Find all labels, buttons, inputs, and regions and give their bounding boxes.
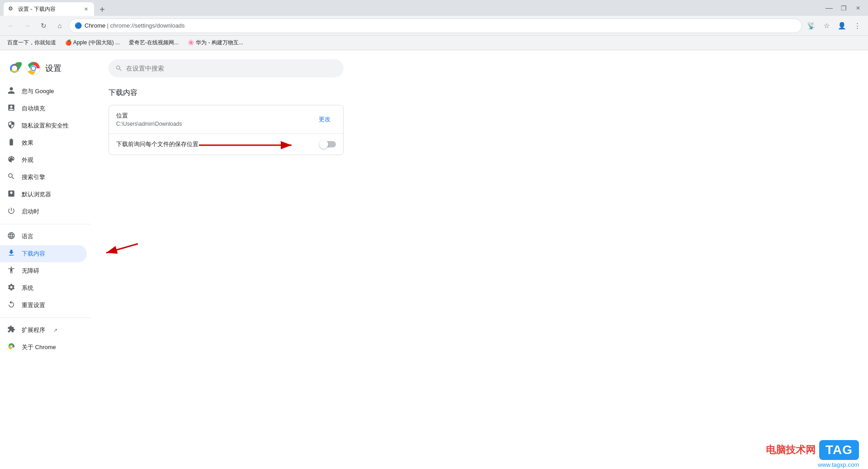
sidebar-item-about[interactable]: 关于 Chrome [0,339,87,356]
accessibility-icon [7,266,15,276]
bookmark-label: 爱奇艺-在线视频网... [129,39,179,47]
sidebar-item-downloads[interactable]: 下载内容 [0,245,87,262]
svg-point-6 [32,66,35,70]
system-icon [7,283,15,293]
back-button[interactable]: ← [4,19,18,33]
sidebar-item-privacy[interactable]: 隐私设置和安全性 [0,117,87,134]
home-button[interactable]: ⌂ [52,19,67,33]
svg-line-14 [106,244,138,253]
forward-button[interactable]: → [20,19,34,33]
appearance-icon [7,155,15,165]
sidebar-item-label: 自动填充 [22,104,45,113]
sidebar-item-label: 重置设置 [22,301,45,309]
search-input[interactable] [126,65,337,72]
bookmark-button[interactable]: ☆ [819,19,834,33]
tab-favicon: ⚙ [8,5,15,13]
address-text: Chrome | chrome://settings/downloads [85,22,796,29]
person-icon [7,86,15,96]
sidebar-item-autofill[interactable]: 自动填充 [0,100,87,117]
chrome-icon [26,61,41,76]
sidebar-item-default-browser[interactable]: 默认浏览器 [0,186,87,203]
sidebar-divider-1 [0,224,90,224]
menu-button[interactable]: ⋮ [850,19,864,33]
sidebar-item-label: 搜索引擎 [22,173,45,181]
chrome-logo-icon [7,61,22,76]
watermark-tag: TAG [819,440,859,460]
address-secure-icon: 🔵 [75,22,82,29]
location-path: C:\Users\admin\Downloads [116,121,182,127]
address-bar[interactable]: 🔵 Chrome | chrome://settings/downloads [69,19,802,33]
minimize-button[interactable]: — [823,2,835,14]
sidebar-item-extensions[interactable]: 扩展程序 ↗ [0,322,87,339]
sidebar-item-language[interactable]: 语言 [0,228,87,245]
sidebar-item-performance[interactable]: 效果 [0,134,87,152]
sidebar-item-label: 下载内容 [22,250,45,258]
downloads-icon [7,249,15,259]
bookmark-baidu[interactable]: 百度一下，你就知道 [4,38,60,48]
toggle-knob [319,140,328,149]
bookmark-huawei[interactable]: 🌸 华为 - 构建万物互... [184,38,247,48]
location-label: 位置 [116,112,182,120]
close-button[interactable]: ✕ [852,2,864,14]
ask-save-toggle[interactable] [321,141,336,147]
ask-save-label: 下载前询问每个文件的保存位置 [116,140,198,148]
change-location-button[interactable]: 更改 [313,113,336,126]
settings-search-bar[interactable] [108,59,344,77]
sidebar-item-label: 无障碍 [22,267,39,275]
sidebar-item-system[interactable]: 系统 [0,280,87,297]
section-title: 下载内容 [108,88,850,98]
tab-close-button[interactable]: ✕ [82,5,90,13]
sidebar-item-appearance[interactable]: 外观 [0,152,87,169]
sidebar-header: 设置 [0,57,90,83]
autofill-icon [7,104,15,114]
sidebar-divider-2 [0,317,90,318]
svg-point-2 [12,66,17,71]
sidebar-item-label: 语言 [22,232,33,241]
sidebar-item-startup[interactable]: 启动时 [0,203,87,220]
ask-save-row: 下载前询问每个文件的保存位置 [109,134,343,155]
reset-icon [7,300,15,310]
bookmark-iqiyi[interactable]: 爱奇艺-在线视频网... [125,38,182,48]
active-tab[interactable]: ⚙ 设置 - 下载内容 ✕ [4,2,94,16]
sidebar-item-search[interactable]: 搜索引擎 [0,169,87,186]
watermark-site-name: 电脑技术网 [766,443,816,457]
restore-button[interactable]: ❐ [837,2,850,14]
search-icon [115,65,123,72]
svg-point-10 [10,346,12,347]
bookmark-label: 🍎 Apple (中国大陆) ... [65,39,120,47]
extensions-icon [7,325,15,335]
bookmarks-bar: 百度一下，你就知道 🍎 Apple (中国大陆) ... 爱奇艺-在线视频网..… [0,36,868,50]
cast-button[interactable]: 📡 [804,19,818,33]
sidebar-item-label: 您与 Google [22,87,54,95]
sidebar-item-label: 外观 [22,156,33,164]
performance-icon [7,138,15,148]
default-browser-icon [7,189,15,199]
sidebar-item-label: 隐私设置和安全性 [22,122,69,130]
settings-title: 设置 [45,63,61,74]
language-icon [7,232,15,242]
sidebar-item-label: 关于 Chrome [22,343,56,351]
sidebar: 设置 您与 Google 自动填充 隐私设置和安全性 [0,50,90,469]
downloads-settings-card: 位置 C:\Users\admin\Downloads 更改 下载前询问每个文件… [108,105,344,155]
sidebar-item-label: 默认浏览器 [22,190,51,199]
search-engine-icon [7,172,15,182]
bookmark-apple[interactable]: 🍎 Apple (中国大陆) ... [61,38,123,48]
sidebar-item-label: 效果 [22,139,33,147]
sidebar-item-label: 系统 [22,284,33,292]
location-row: 位置 C:\Users\admin\Downloads 更改 [109,105,343,134]
bookmark-label: 百度一下，你就知道 [7,39,56,47]
external-link-icon: ↗ [53,327,57,333]
about-chrome-icon [7,342,15,352]
profile-button[interactable]: 👤 [835,19,849,33]
sidebar-item-google-account[interactable]: 您与 Google [0,83,87,100]
watermark: 电脑技术网 TAG www.tagxp.com [766,440,859,460]
sidebar-item-reset[interactable]: 重置设置 [0,297,87,314]
privacy-icon [7,121,15,131]
startup-icon [7,207,15,217]
new-tab-button[interactable]: + [96,3,108,16]
watermark-url: www.tagxp.com [818,461,859,468]
refresh-button[interactable]: ↻ [36,19,51,33]
sidebar-item-label: 启动时 [22,208,39,216]
sidebar-item-accessibility[interactable]: 无障碍 [0,262,87,280]
main-panel: 下载内容 位置 C:\Users\admin\Downloads 更改 下载前询… [90,50,868,469]
